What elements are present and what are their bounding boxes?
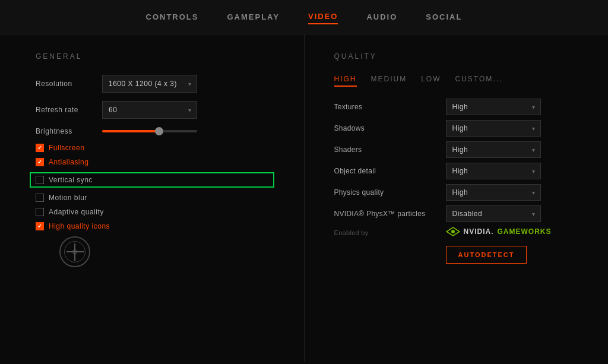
antialiasing-label: Antialiasing — [49, 158, 88, 166]
textures-dropdown-wrapper: High ▾ — [446, 99, 541, 115]
shaders-row: Shaders High ▾ — [334, 141, 573, 158]
shadows-label: Shadows — [334, 124, 441, 132]
brightness-label: Brightness — [36, 127, 95, 135]
motionblur-label: Motion blur — [49, 194, 87, 202]
resolution-label: Resolution — [36, 80, 95, 88]
wheel-inner — [64, 241, 86, 262]
brightness-slider-fill — [102, 130, 159, 132]
antialiasing-row[interactable]: Antialiasing — [36, 158, 274, 166]
physicsquality-dropdown-wrapper: High ▾ — [446, 184, 541, 201]
refresh-label: Refresh rate — [36, 106, 95, 114]
resolution-dropdown[interactable]: 1600 X 1200 (4 x 3) — [102, 75, 197, 93]
fullscreen-checkbox[interactable] — [36, 144, 44, 152]
objectdetail-dropdown-wrapper: High ▾ — [446, 163, 541, 179]
top-nav: CONTROLS GAMEPLAY VIDEO AUDIO SOCIAL — [0, 0, 608, 34]
panel-divider — [304, 34, 305, 362]
tab-medium[interactable]: MEDIUM — [371, 75, 407, 87]
adaptivequality-label: Adaptive quality — [49, 208, 104, 216]
wheel-icon — [59, 236, 90, 267]
highqualityicons-checkbox[interactable] — [36, 222, 44, 230]
resolution-dropdown-wrapper: 1600 X 1200 (4 x 3) ▾ — [102, 75, 197, 93]
physx-dropdown[interactable]: Disabled — [446, 205, 541, 222]
nav-audio[interactable]: AUDIO — [366, 12, 397, 24]
shaders-label: Shaders — [334, 145, 441, 154]
brightness-row: Brightness — [36, 127, 274, 135]
textures-row: Textures High ▾ — [334, 99, 573, 115]
nav-video[interactable]: VIDEO — [308, 12, 338, 24]
nav-controls[interactable]: CONTROLS — [146, 12, 199, 24]
vsync-label: Vertical sync — [49, 176, 93, 184]
highqualityicons-label: High quality icons — [49, 222, 110, 230]
vsync-checkbox[interactable] — [36, 176, 44, 184]
refresh-dropdown-wrapper: 60 ▾ — [102, 101, 197, 119]
adaptivequality-row[interactable]: Adaptive quality — [36, 208, 274, 216]
motionblur-checkbox[interactable] — [36, 194, 44, 202]
tab-low[interactable]: LOW — [421, 75, 441, 87]
nav-social[interactable]: SOCIAL — [426, 12, 462, 24]
physicsquality-dropdown[interactable]: High — [446, 184, 541, 201]
quality-tabs: HIGH MEDIUM LOW CUSTOM... — [334, 75, 573, 87]
svg-point-1 — [451, 230, 455, 233]
nvidia-eye-icon — [446, 227, 460, 236]
general-title: GENERAL — [36, 52, 274, 61]
objectdetail-dropdown[interactable]: High — [446, 163, 541, 179]
fullscreen-row[interactable]: Fullscreen — [36, 144, 274, 152]
physicsquality-label: Physics quality — [334, 188, 441, 197]
refresh-dropdown[interactable]: 60 — [102, 101, 197, 119]
physx-dropdown-wrapper: Disabled ▾ — [446, 205, 541, 222]
physx-row: NVIDIA® PhysX™ particles Disabled ▾ — [334, 205, 573, 222]
objectdetail-row: Object detail High ▾ — [334, 163, 573, 179]
nvidia-logo-area: NVIDIA. GAMEWORKS — [446, 227, 552, 236]
panel-general: GENERAL Resolution 1600 X 1200 (4 x 3) ▾… — [36, 34, 274, 362]
physx-label: NVIDIA® PhysX™ particles — [334, 210, 441, 218]
wheel-center — [72, 249, 77, 254]
fullscreen-label: Fullscreen — [49, 144, 84, 152]
physicsquality-row: Physics quality High ▾ — [334, 184, 573, 201]
motionblur-row[interactable]: Motion blur — [36, 194, 274, 202]
enabled-by-label: Enabled by — [334, 229, 441, 236]
objectdetail-label: Object detail — [334, 167, 441, 175]
shadows-dropdown-wrapper: High ▾ — [446, 120, 541, 137]
brightness-slider-track[interactable] — [102, 130, 197, 132]
shadows-dropdown[interactable]: High — [446, 120, 541, 137]
tab-custom[interactable]: CUSTOM... — [455, 75, 503, 87]
shaders-dropdown[interactable]: High — [446, 141, 541, 158]
autodetect-button[interactable]: AUTODETECT — [446, 246, 527, 264]
nvidia-text: NVIDIA. — [464, 227, 494, 236]
highqualityicons-row[interactable]: High quality icons — [36, 222, 274, 230]
tab-high[interactable]: HIGH — [334, 75, 357, 87]
panel-quality: QUALITY HIGH MEDIUM LOW CUSTOM... Textur… — [334, 34, 573, 362]
brightness-slider-thumb[interactable] — [155, 127, 163, 135]
adaptivequality-checkbox[interactable] — [36, 208, 44, 216]
nav-gameplay[interactable]: GAMEPLAY — [227, 12, 279, 24]
gameworks-text: GAMEWORKS — [498, 227, 552, 236]
vsync-row[interactable]: Vertical sync — [30, 172, 274, 188]
refresh-row: Refresh rate 60 ▾ — [36, 101, 274, 119]
textures-label: Textures — [334, 103, 441, 111]
textures-dropdown[interactable]: High — [446, 99, 541, 115]
antialiasing-checkbox[interactable] — [36, 158, 44, 166]
nvidia-row: Enabled by NVIDIA. GAMEWORKS — [334, 227, 573, 236]
main-content: GENERAL Resolution 1600 X 1200 (4 x 3) ▾… — [0, 34, 608, 362]
quality-title: QUALITY — [334, 52, 573, 61]
shadows-row: Shadows High ▾ — [334, 120, 573, 137]
resolution-row: Resolution 1600 X 1200 (4 x 3) ▾ — [36, 75, 274, 93]
shaders-dropdown-wrapper: High ▾ — [446, 141, 541, 158]
